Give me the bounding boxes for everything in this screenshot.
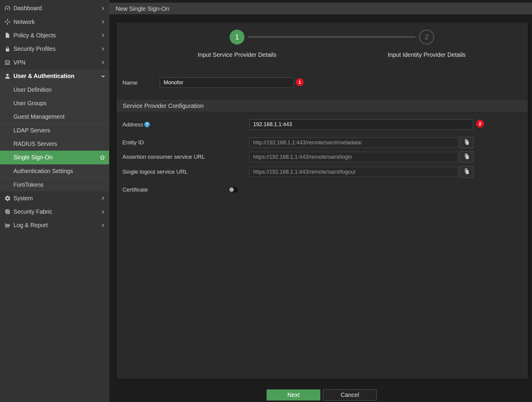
acs-url-row	[249, 151, 473, 163]
gauge-icon	[4, 5, 11, 12]
chevron-right-icon	[101, 60, 105, 65]
sidebar-item-system[interactable]: System	[0, 191, 109, 205]
sidebar-item-label: Security Fabric	[13, 208, 52, 215]
sidebar-group-user-authentication: User & Authentication User Definition Us…	[0, 69, 109, 192]
user-icon	[4, 73, 11, 80]
sidebar-item-label: VPN	[13, 59, 25, 66]
copy-acs-url-button[interactable]	[460, 151, 473, 163]
sidebar-item-label: Single Sign-On	[13, 154, 53, 161]
certificate-label: Certificate	[122, 185, 148, 194]
next-button[interactable]: Next	[267, 389, 320, 401]
sidebar-item-label: Policy & Objects	[13, 32, 56, 39]
lock-icon	[4, 45, 11, 53]
sidebar-item-radius-servers[interactable]: RADIUS Servers	[0, 137, 109, 151]
copy-slo-url-button[interactable]	[460, 166, 473, 178]
sidebar-item-label: RADIUS Servers	[13, 140, 57, 147]
entity-id-input	[249, 137, 458, 148]
name-input[interactable]	[160, 77, 294, 88]
sidebar-item-label: System	[13, 195, 33, 202]
chevron-right-icon	[101, 20, 105, 24]
chevron-right-icon	[101, 210, 105, 214]
entity-id-row	[249, 137, 473, 148]
error-badge-1: 1	[296, 78, 304, 86]
sidebar-item-log-report[interactable]: Log & Report	[0, 218, 109, 232]
fabric-icon	[4, 208, 11, 215]
section-title: Service Provider Configuration	[116, 99, 528, 112]
sidebar-item-label: User Definition	[13, 86, 52, 93]
sidebar-item-label: Security Profiles	[13, 45, 56, 52]
sidebar-item-guest-management[interactable]: Guest Management	[0, 110, 109, 123]
address-label: Address ?	[122, 119, 150, 130]
sidebar-item-single-sign-on[interactable]: Single Sign-On	[0, 151, 109, 164]
sidebar-item-label: User & Authentication	[13, 73, 74, 80]
sidebar-item-label: Dashboard	[13, 5, 42, 12]
address-input[interactable]	[249, 119, 473, 130]
page-title: New Single Sign-On	[109, 3, 532, 15]
sidebar-item-label: Authentication Settings	[13, 168, 73, 175]
wizard-step-2-label: Input Identity Provider Details	[352, 51, 501, 58]
sidebar-item-user-definition[interactable]: User Definition	[0, 83, 109, 96]
sidebar-item-security-profiles[interactable]: Security Profiles	[0, 42, 109, 56]
sidebar-item-authentication-settings[interactable]: Authentication Settings	[0, 164, 109, 178]
sidebar-item-label: Guest Management	[13, 113, 64, 120]
sidebar-item-policy-objects[interactable]: Policy & Objects	[0, 29, 109, 42]
acs-url-input	[249, 152, 458, 162]
sidebar: Dashboard Network Policy & Objects Secur…	[0, 0, 109, 402]
sidebar-item-network[interactable]: Network	[0, 15, 109, 28]
wizard-step-1-label: Input Service Provider Details	[162, 51, 312, 58]
chevron-right-icon	[101, 223, 105, 227]
wizard-step-1: 1	[230, 30, 245, 45]
sidebar-item-security-fabric[interactable]: Security Fabric	[0, 205, 109, 218]
gear-icon	[4, 195, 11, 202]
acs-url-label: Assertion consumer service URL	[122, 152, 205, 162]
sidebar-item-user-authentication[interactable]: User & Authentication	[0, 69, 109, 83]
copy-icon	[463, 139, 470, 146]
chevron-right-icon	[101, 196, 105, 200]
star-icon[interactable]	[99, 155, 105, 161]
copy-entity-id-button[interactable]	[460, 137, 473, 148]
chevron-right-icon	[101, 33, 105, 37]
name-label: Name	[122, 77, 138, 88]
certificate-toggle[interactable]	[229, 187, 238, 192]
file-icon	[4, 32, 11, 39]
sso-wizard-card: 1 2 Input Service Provider Details Input…	[116, 22, 528, 379]
sidebar-item-label: Network	[13, 19, 35, 25]
chevron-right-icon	[101, 6, 105, 10]
main-content: New Single Sign-On 1 2 Input Service Pro…	[109, 0, 532, 402]
entity-id-label: Entity ID	[122, 137, 144, 148]
slo-url-row	[249, 166, 473, 178]
cancel-button[interactable]: Cancel	[323, 389, 377, 401]
copy-icon	[463, 168, 470, 176]
chevron-right-icon	[101, 47, 105, 51]
chart-icon	[4, 222, 11, 229]
slo-url-input	[249, 167, 458, 177]
wizard-progress-line	[248, 36, 416, 38]
sidebar-item-user-groups[interactable]: User Groups	[0, 97, 109, 110]
move-icon	[4, 18, 11, 25]
sidebar-item-vpn[interactable]: VPN	[0, 56, 109, 69]
chevron-down-icon	[101, 74, 105, 78]
sidebar-item-fortitokens[interactable]: FortiTokens	[0, 178, 109, 191]
sidebar-item-label: User Groups	[13, 100, 47, 107]
slo-url-label: Single logout service URL	[122, 167, 188, 177]
wizard-step-2: 2	[419, 30, 434, 45]
help-icon[interactable]: ?	[144, 122, 150, 127]
sidebar-item-label: LDAP Servers	[13, 127, 50, 134]
address-label-text: Address	[122, 119, 143, 130]
sidebar-item-dashboard[interactable]: Dashboard	[0, 1, 109, 15]
sidebar-item-label: FortiTokens	[13, 181, 44, 188]
copy-icon	[463, 153, 470, 161]
laptop-icon	[4, 59, 11, 66]
sidebar-item-ldap-servers[interactable]: LDAP Servers	[0, 124, 109, 137]
sidebar-item-label: Log & Report	[13, 222, 48, 229]
error-badge-2: 2	[476, 120, 484, 128]
